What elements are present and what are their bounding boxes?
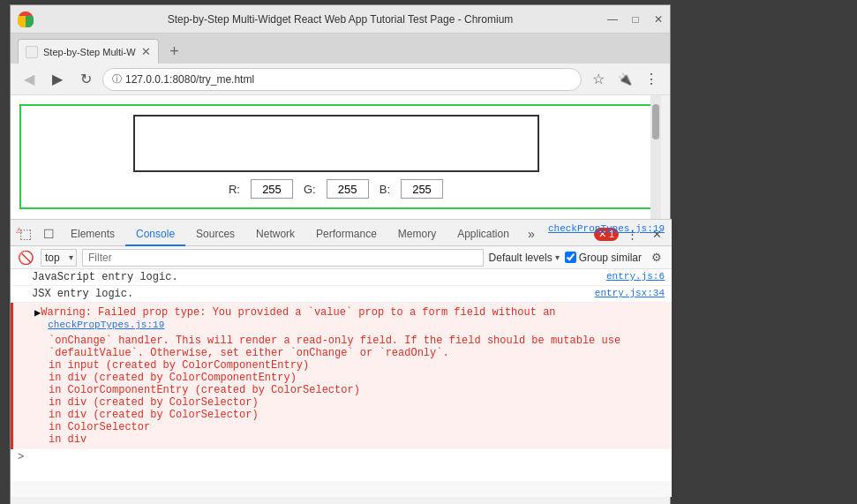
console-entry-1: JavaScript entry logic. entry.js:6 [11, 269, 672, 286]
tab-close-button[interactable]: ✕ [141, 45, 151, 58]
b-input[interactable] [401, 179, 443, 199]
tab-memory[interactable]: Memory [387, 223, 447, 246]
secure-icon: ⓘ [112, 72, 122, 86]
context-selector[interactable]: top [41, 249, 77, 267]
tab-sources[interactable]: Sources [185, 223, 245, 246]
console-error-main: ⚠ ▶ Warning: Failed prop type: You provi… [34, 305, 665, 333]
clear-console-button[interactable]: 🚫 [16, 248, 35, 267]
rgb-inputs: R: G: B: [229, 179, 443, 199]
r-label: R: [229, 183, 240, 196]
stack-line-4: in div (created by ColorSelector) [49, 396, 665, 409]
b-label: B: [380, 183, 390, 196]
more-tabs-button[interactable]: » [520, 222, 543, 245]
error-continuation: `onChange` handler. This will render a r… [34, 335, 665, 359]
error-stack: in input (created by ColorComponentEntry… [34, 359, 665, 446]
group-similar-label[interactable]: Group similar [565, 252, 642, 264]
tab-console[interactable]: Console [125, 223, 185, 246]
levels-dropdown-arrow[interactable]: ▾ [555, 252, 560, 262]
tab-network[interactable]: Network [245, 223, 305, 246]
console-error-text: Warning: Failed prop type: You provided … [41, 306, 665, 331]
close-button[interactable]: ✕ [647, 5, 670, 34]
stack-line-6: in ColorSelector [49, 421, 665, 433]
stack-line-1: in input (created by ColorComponentEntry… [49, 359, 665, 372]
title-bar: Step-by-Step Multi-Widget React Web App … [11, 5, 670, 34]
console-error-block: ⚠ ▶ Warning: Failed prop type: You provi… [11, 303, 672, 449]
console-entry-1-src[interactable]: entry.js:6 [606, 271, 665, 282]
r-input[interactable] [251, 179, 293, 199]
console-entry-2: JSX entry logic. entry.jsx:34 [11, 286, 672, 303]
tab-favicon [26, 46, 38, 58]
g-label: G: [304, 183, 316, 196]
stack-line-3: in ColorComponentEntry (created by Color… [49, 384, 665, 396]
error-link[interactable]: checkPropTypes.js:19 [48, 320, 164, 330]
context-selector-wrapper: top ▾ [41, 249, 77, 267]
maximize-button[interactable]: □ [624, 5, 647, 34]
console-entry-2-src[interactable]: entry.jsx:34 [595, 288, 665, 298]
browser-toolbar: ◀ ▶ ↻ ⓘ 127.0.0.1:8080/try_me.html ☆ 🔌 ⋮ [11, 64, 670, 95]
menu-button[interactable]: ⋮ [640, 68, 663, 91]
forward-button[interactable]: ▶ [46, 68, 69, 91]
color-widget-container: R: G: B: [19, 104, 652, 209]
url-display: 127.0.0.1:8080/try_me.html [125, 73, 254, 86]
color-preview [133, 115, 539, 172]
browser-tab[interactable]: Step-by-Step Multi-W ✕ [18, 39, 159, 64]
minimize-button[interactable]: — [601, 5, 624, 34]
error-expand-arrow[interactable]: ▶ [34, 306, 41, 320]
group-similar-checkbox[interactable] [565, 252, 576, 263]
scrollbar-thumb[interactable] [652, 104, 659, 139]
bookmark-star-icon[interactable]: ☆ [587, 68, 610, 91]
console-toolbar: 🚫 top ▾ Default levels ▾ Group similar ⚙ [11, 246, 672, 269]
extension-icon[interactable]: 🔌 [613, 68, 636, 91]
tab-elements[interactable]: Elements [60, 223, 125, 246]
tab-bar: Step-by-Step Multi-W ✕ + [11, 34, 670, 64]
window-controls: — □ ✕ [601, 5, 670, 33]
stack-line-7: in div [49, 433, 665, 446]
levels-selector: Default levels ▾ [489, 252, 560, 264]
g-input[interactable] [327, 179, 369, 199]
address-bar[interactable]: ⓘ 127.0.0.1:8080/try_me.html [102, 68, 582, 91]
toolbar-right: ☆ 🔌 ⋮ [587, 68, 663, 91]
stack-line-5: in div (created by ColorSelector) [49, 409, 665, 421]
console-prompt[interactable]: > [11, 449, 672, 453]
console-entry-1-text: JavaScript entry logic. [32, 271, 599, 283]
back-button[interactable]: ◀ [18, 68, 41, 91]
devtools-panel: ⬚ ☐ Elements Console Sources Network Per… [11, 219, 672, 497]
console-entry-2-text: JSX entry logic. [32, 288, 588, 300]
console-output: JavaScript entry logic. entry.js:6 JSX e… [11, 269, 672, 481]
prompt-arrow: > [18, 451, 24, 463]
scrollbar[interactable] [650, 95, 661, 219]
tab-title: Step-by-Step Multi-W [43, 47, 136, 57]
new-tab-button[interactable]: + [162, 39, 187, 64]
console-filter-input[interactable] [82, 249, 484, 267]
chrome-icon [18, 11, 34, 27]
console-settings-icon[interactable]: ⚙ [647, 248, 666, 267]
window-title: Step-by-Step Multi-Widget React Web App … [168, 13, 514, 26]
stack-line-2: in div (created by ColorComponentEntry) [49, 372, 665, 384]
tab-application[interactable]: Application [447, 223, 520, 246]
device-toolbar-button[interactable]: ☐ [37, 222, 60, 245]
reload-button[interactable]: ↻ [74, 68, 97, 91]
page-content: R: G: B: [11, 95, 661, 219]
tab-performance[interactable]: Performance [305, 223, 387, 246]
